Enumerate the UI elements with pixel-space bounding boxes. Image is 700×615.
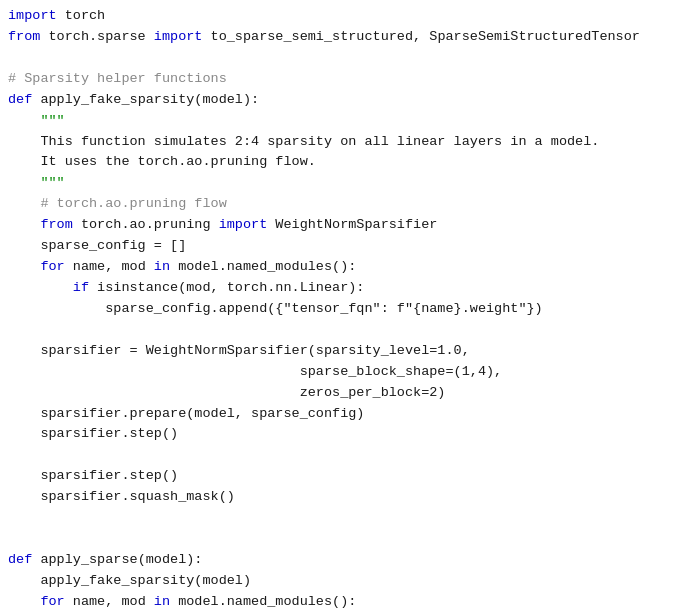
code-line-25 (8, 508, 692, 529)
code-line-9: """ (8, 173, 692, 194)
code-line-16 (8, 320, 692, 341)
code-line-27: def apply_sparse(model): (8, 550, 692, 571)
code-line-4: # Sparsity helper functions (8, 69, 692, 90)
code-line-28: apply_fake_sparsity(model) (8, 571, 692, 592)
code-line-2: from torch.sparse import to_sparse_semi_… (8, 27, 692, 48)
code-line-19: zeros_per_block=2) (8, 383, 692, 404)
code-line-10: # torch.ao.pruning flow (8, 194, 692, 215)
code-line-21: sparsifier.step() (8, 424, 692, 445)
code-line-26 (8, 529, 692, 550)
code-line-20: sparsifier.prepare(model, sparse_config) (8, 404, 692, 425)
code-editor: import torch from torch.sparse import to… (0, 0, 700, 615)
code-line-14: if isinstance(mod, torch.nn.Linear): (8, 278, 692, 299)
code-line-1: import torch (8, 6, 692, 27)
code-line-5: def apply_fake_sparsity(model): (8, 90, 692, 111)
code-line-18: sparse_block_shape=(1,4), (8, 362, 692, 383)
code-line-24: sparsifier.squash_mask() (8, 487, 692, 508)
code-line-6: """ (8, 111, 692, 132)
code-line-8: It uses the torch.ao.pruning flow. (8, 152, 692, 173)
code-line-22 (8, 445, 692, 466)
code-line-29: for name, mod in model.named_modules(): (8, 592, 692, 613)
code-line-23: sparsifier.step() (8, 466, 692, 487)
code-line-7: This function simulates 2:4 sparsity on … (8, 132, 692, 153)
code-line-15: sparse_config.append({"tensor_fqn": f"{n… (8, 299, 692, 320)
code-line-11: from torch.ao.pruning import WeightNormS… (8, 215, 692, 236)
code-line-3 (8, 48, 692, 69)
code-line-12: sparse_config = [] (8, 236, 692, 257)
code-line-13: for name, mod in model.named_modules(): (8, 257, 692, 278)
code-line-17: sparsifier = WeightNormSparsifier(sparsi… (8, 341, 692, 362)
